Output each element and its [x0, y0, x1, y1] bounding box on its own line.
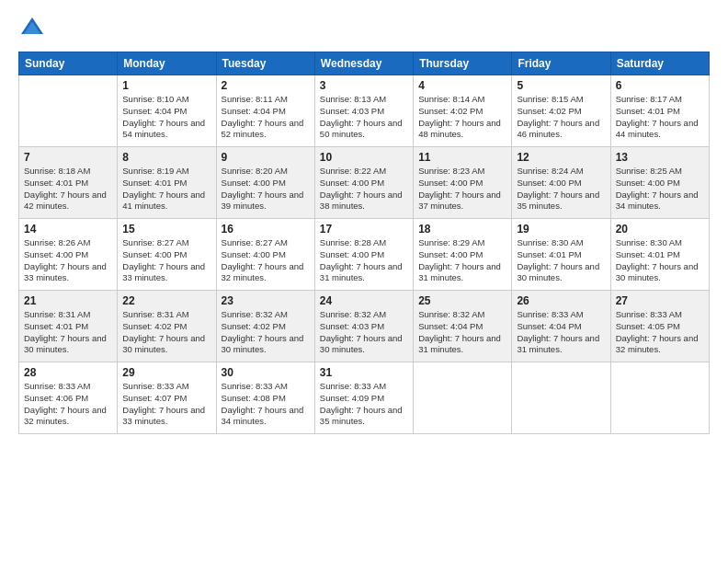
day-number: 27	[616, 294, 704, 307]
day-info: Sunrise: 8:27 AMSunset: 4:00 PMDaylight:…	[222, 237, 310, 284]
logo	[18, 15, 50, 42]
calendar-cell-4-1: 29Sunrise: 8:33 AMSunset: 4:07 PMDayligh…	[118, 362, 216, 434]
calendar-row-3: 21Sunrise: 8:31 AMSunset: 4:01 PMDayligh…	[19, 291, 710, 362]
day-number: 12	[517, 151, 605, 164]
calendar-cell-1-0: 7Sunrise: 8:18 AMSunset: 4:01 PMDaylight…	[19, 147, 118, 219]
day-info: Sunrise: 8:32 AMSunset: 4:04 PMDaylight:…	[418, 309, 506, 356]
day-info: Sunrise: 8:13 AMSunset: 4:03 PMDaylight:…	[320, 94, 408, 141]
weekday-header-saturday: Saturday	[610, 52, 709, 75]
day-info: Sunrise: 8:33 AMSunset: 4:04 PMDaylight:…	[517, 309, 605, 356]
day-info: Sunrise: 8:23 AMSunset: 4:00 PMDaylight:…	[418, 166, 506, 213]
day-info: Sunrise: 8:26 AMSunset: 4:00 PMDaylight:…	[24, 237, 112, 284]
calendar-cell-4-2: 30Sunrise: 8:33 AMSunset: 4:08 PMDayligh…	[216, 362, 314, 434]
calendar-cell-3-2: 23Sunrise: 8:32 AMSunset: 4:02 PMDayligh…	[216, 291, 314, 362]
calendar-cell-0-3: 3Sunrise: 8:13 AMSunset: 4:03 PMDaylight…	[314, 75, 413, 147]
calendar-cell-3-1: 22Sunrise: 8:31 AMSunset: 4:02 PMDayligh…	[118, 291, 216, 362]
calendar-cell-0-2: 2Sunrise: 8:11 AMSunset: 4:04 PMDaylight…	[216, 75, 314, 147]
day-number: 20	[616, 223, 704, 236]
day-number: 14	[24, 223, 112, 236]
calendar-cell-3-3: 24Sunrise: 8:32 AMSunset: 4:03 PMDayligh…	[314, 291, 413, 362]
calendar-cell-2-4: 18Sunrise: 8:29 AMSunset: 4:00 PMDayligh…	[414, 219, 512, 291]
day-number: 24	[320, 294, 408, 307]
day-info: Sunrise: 8:11 AMSunset: 4:04 PMDaylight:…	[222, 94, 310, 141]
day-info: Sunrise: 8:28 AMSunset: 4:00 PMDaylight:…	[320, 237, 408, 284]
calendar-cell-3-4: 25Sunrise: 8:32 AMSunset: 4:04 PMDayligh…	[414, 291, 512, 362]
page: SundayMondayTuesdayWednesdayThursdayFrid…	[0, 0, 728, 563]
day-number: 16	[222, 223, 310, 236]
day-number: 26	[517, 294, 605, 307]
calendar-cell-4-3: 31Sunrise: 8:33 AMSunset: 4:09 PMDayligh…	[314, 362, 413, 434]
day-info: Sunrise: 8:25 AMSunset: 4:00 PMDaylight:…	[616, 166, 704, 213]
calendar-cell-0-0	[19, 75, 118, 147]
day-number: 11	[418, 151, 506, 164]
day-info: Sunrise: 8:31 AMSunset: 4:02 PMDaylight:…	[122, 309, 210, 356]
day-number: 21	[24, 294, 112, 307]
day-info: Sunrise: 8:32 AMSunset: 4:02 PMDaylight:…	[222, 309, 310, 356]
day-number: 7	[24, 151, 112, 164]
day-number: 5	[517, 79, 605, 92]
day-number: 19	[517, 223, 605, 236]
calendar-cell-3-5: 26Sunrise: 8:33 AMSunset: 4:04 PMDayligh…	[512, 291, 610, 362]
calendar-cell-2-2: 16Sunrise: 8:27 AMSunset: 4:00 PMDayligh…	[216, 219, 314, 291]
day-info: Sunrise: 8:10 AMSunset: 4:04 PMDaylight:…	[122, 94, 210, 141]
day-info: Sunrise: 8:31 AMSunset: 4:01 PMDaylight:…	[24, 309, 112, 356]
calendar-cell-2-5: 19Sunrise: 8:30 AMSunset: 4:01 PMDayligh…	[512, 219, 610, 291]
day-info: Sunrise: 8:20 AMSunset: 4:00 PMDaylight:…	[222, 166, 310, 213]
day-number: 29	[122, 366, 210, 379]
calendar-cell-3-6: 27Sunrise: 8:33 AMSunset: 4:05 PMDayligh…	[610, 291, 709, 362]
day-number: 13	[616, 151, 704, 164]
day-number: 25	[418, 294, 506, 307]
calendar-cell-4-0: 28Sunrise: 8:33 AMSunset: 4:06 PMDayligh…	[19, 362, 118, 434]
calendar-cell-1-4: 11Sunrise: 8:23 AMSunset: 4:00 PMDayligh…	[414, 147, 512, 219]
day-info: Sunrise: 8:30 AMSunset: 4:01 PMDaylight:…	[517, 237, 605, 284]
calendar-cell-2-6: 20Sunrise: 8:30 AMSunset: 4:01 PMDayligh…	[610, 219, 709, 291]
day-info: Sunrise: 8:33 AMSunset: 4:06 PMDaylight:…	[24, 381, 112, 428]
calendar-row-4: 28Sunrise: 8:33 AMSunset: 4:06 PMDayligh…	[19, 362, 710, 434]
weekday-header-thursday: Thursday	[414, 52, 512, 75]
day-info: Sunrise: 8:24 AMSunset: 4:00 PMDaylight:…	[517, 166, 605, 213]
day-number: 2	[222, 79, 310, 92]
day-number: 6	[616, 79, 704, 92]
day-number: 8	[122, 151, 210, 164]
day-info: Sunrise: 8:33 AMSunset: 4:05 PMDaylight:…	[616, 309, 704, 356]
day-number: 17	[320, 223, 408, 236]
calendar-cell-0-4: 4Sunrise: 8:14 AMSunset: 4:02 PMDaylight…	[414, 75, 512, 147]
calendar-cell-4-6	[610, 362, 709, 434]
calendar-cell-4-5	[512, 362, 610, 434]
weekday-header-sunday: Sunday	[19, 52, 118, 75]
calendar-cell-0-5: 5Sunrise: 8:15 AMSunset: 4:02 PMDaylight…	[512, 75, 610, 147]
day-number: 3	[320, 79, 408, 92]
day-number: 18	[418, 223, 506, 236]
day-info: Sunrise: 8:18 AMSunset: 4:01 PMDaylight:…	[24, 166, 112, 213]
day-info: Sunrise: 8:19 AMSunset: 4:01 PMDaylight:…	[122, 166, 210, 213]
day-info: Sunrise: 8:17 AMSunset: 4:01 PMDaylight:…	[616, 94, 704, 141]
day-number: 31	[320, 366, 408, 379]
day-info: Sunrise: 8:33 AMSunset: 4:08 PMDaylight:…	[222, 381, 310, 428]
day-number: 15	[122, 223, 210, 236]
day-number: 23	[222, 294, 310, 307]
calendar-row-0: 1Sunrise: 8:10 AMSunset: 4:04 PMDaylight…	[19, 75, 710, 147]
day-info: Sunrise: 8:27 AMSunset: 4:00 PMDaylight:…	[122, 237, 210, 284]
day-number: 30	[222, 366, 310, 379]
calendar-cell-1-2: 9Sunrise: 8:20 AMSunset: 4:00 PMDaylight…	[216, 147, 314, 219]
logo-icon	[18, 15, 46, 42]
day-number: 1	[122, 79, 210, 92]
weekday-header-friday: Friday	[512, 52, 610, 75]
day-number: 9	[222, 151, 310, 164]
day-number: 28	[24, 366, 112, 379]
weekday-header-tuesday: Tuesday	[216, 52, 314, 75]
calendar-row-2: 14Sunrise: 8:26 AMSunset: 4:00 PMDayligh…	[19, 219, 710, 291]
day-number: 10	[320, 151, 408, 164]
day-info: Sunrise: 8:22 AMSunset: 4:00 PMDaylight:…	[320, 166, 408, 213]
calendar-cell-1-5: 12Sunrise: 8:24 AMSunset: 4:00 PMDayligh…	[512, 147, 610, 219]
day-number: 22	[122, 294, 210, 307]
calendar-table: SundayMondayTuesdayWednesdayThursdayFrid…	[18, 52, 710, 434]
calendar-cell-2-1: 15Sunrise: 8:27 AMSunset: 4:00 PMDayligh…	[118, 219, 216, 291]
calendar-cell-1-6: 13Sunrise: 8:25 AMSunset: 4:00 PMDayligh…	[610, 147, 709, 219]
calendar-cell-1-3: 10Sunrise: 8:22 AMSunset: 4:00 PMDayligh…	[314, 147, 413, 219]
header	[18, 15, 710, 42]
calendar-cell-2-3: 17Sunrise: 8:28 AMSunset: 4:00 PMDayligh…	[314, 219, 413, 291]
calendar-cell-4-4	[414, 362, 512, 434]
day-info: Sunrise: 8:33 AMSunset: 4:07 PMDaylight:…	[122, 381, 210, 428]
day-number: 4	[418, 79, 506, 92]
